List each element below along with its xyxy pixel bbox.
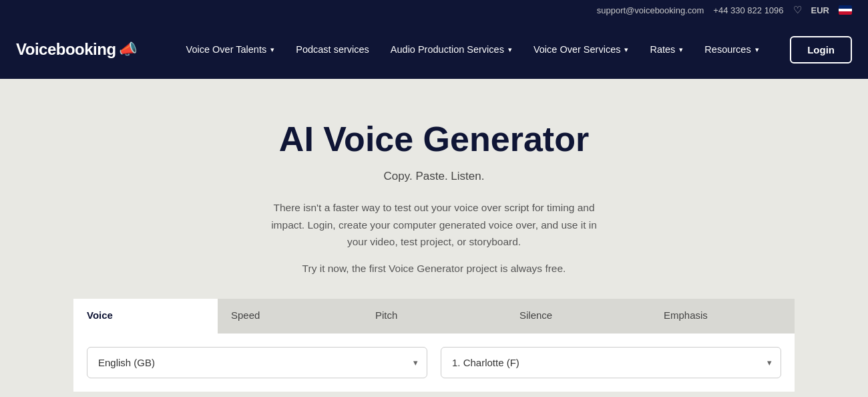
voice-dropdown[interactable]: 1. Charlotte (F) 2. James (M) 3. Sophie …: [441, 347, 781, 378]
tab-speed[interactable]: Speed: [218, 299, 362, 334]
navbar: Voicebooking 📣 Voice Over Talents ▾ Podc…: [0, 20, 868, 79]
chevron-down-icon: ▾: [679, 45, 683, 54]
logo-text: Voicebooking: [16, 40, 116, 59]
login-button[interactable]: Login: [790, 36, 852, 63]
nav-item-voice-over-talents[interactable]: Voice Over Talents ▾: [177, 39, 284, 60]
chevron-down-icon: ▾: [508, 45, 512, 54]
voice-dropdown-wrap: 1. Charlotte (F) 2. James (M) 3. Sophie …: [441, 347, 781, 378]
support-email-link[interactable]: support@voicebooking.com: [597, 5, 704, 15]
tab-pitch-label: Pitch: [375, 309, 397, 321]
language-flag-icon[interactable]: [839, 5, 852, 15]
phone-number: +44 330 822 1096: [713, 5, 783, 15]
nav-label-rates: Rates: [650, 44, 675, 55]
tab-emphasis[interactable]: Emphasis: [650, 299, 795, 334]
wishlist-icon[interactable]: ♡: [793, 4, 802, 16]
chevron-down-icon: ▾: [624, 45, 628, 54]
nav-label-voice-over-talents: Voice Over Talents: [186, 44, 267, 55]
nav-item-audio-production[interactable]: Audio Production Services ▾: [381, 39, 521, 60]
tab-silence-label: Silence: [519, 309, 552, 321]
tab-voice[interactable]: Voice: [73, 299, 218, 334]
language-dropdown[interactable]: English (GB) English (US) French German …: [87, 347, 427, 378]
tab-pitch[interactable]: Pitch: [362, 299, 506, 334]
dropdowns-row: English (GB) English (US) French German …: [73, 334, 795, 392]
logo-icon: 📣: [119, 41, 137, 58]
nav-label-audio-production: Audio Production Services: [391, 44, 504, 55]
nav-item-rates[interactable]: Rates ▾: [640, 39, 692, 60]
nav-item-resources[interactable]: Resources ▾: [695, 39, 768, 60]
nav-item-podcast-services[interactable]: Podcast services: [286, 39, 379, 60]
language-dropdown-wrap: English (GB) English (US) French German …: [87, 347, 427, 378]
tab-speed-label: Speed: [231, 309, 260, 321]
top-bar: support@voicebooking.com +44 330 822 109…: [0, 0, 868, 20]
page-title: AI Voice Generator: [13, 119, 855, 159]
nav-label-podcast-services: Podcast services: [296, 44, 369, 55]
nav-links: Voice Over Talents ▾ Podcast services Au…: [177, 36, 852, 63]
logo-link[interactable]: Voicebooking 📣: [16, 40, 137, 59]
chevron-down-icon: ▾: [755, 45, 759, 54]
chevron-down-icon: ▾: [270, 45, 274, 54]
hero-description: There isn't a faster way to test out you…: [260, 199, 608, 251]
hero-tagline: Copy. Paste. Listen.: [13, 170, 855, 183]
nav-label-resources: Resources: [704, 44, 750, 55]
tab-emphasis-label: Emphasis: [664, 309, 708, 321]
hero-free-note: Try it now, the first Voice Generator pr…: [13, 263, 855, 275]
tabs-row: Voice Speed Pitch Silence Emphasis: [73, 299, 795, 334]
nav-item-voice-over-services[interactable]: Voice Over Services ▾: [524, 39, 638, 60]
hero-section: AI Voice Generator Copy. Paste. Listen. …: [0, 79, 868, 397]
nav-label-voice-over-services: Voice Over Services: [533, 44, 621, 55]
currency-selector[interactable]: EUR: [811, 5, 829, 15]
tab-voice-label: Voice: [87, 309, 113, 321]
tab-silence[interactable]: Silence: [506, 299, 650, 334]
